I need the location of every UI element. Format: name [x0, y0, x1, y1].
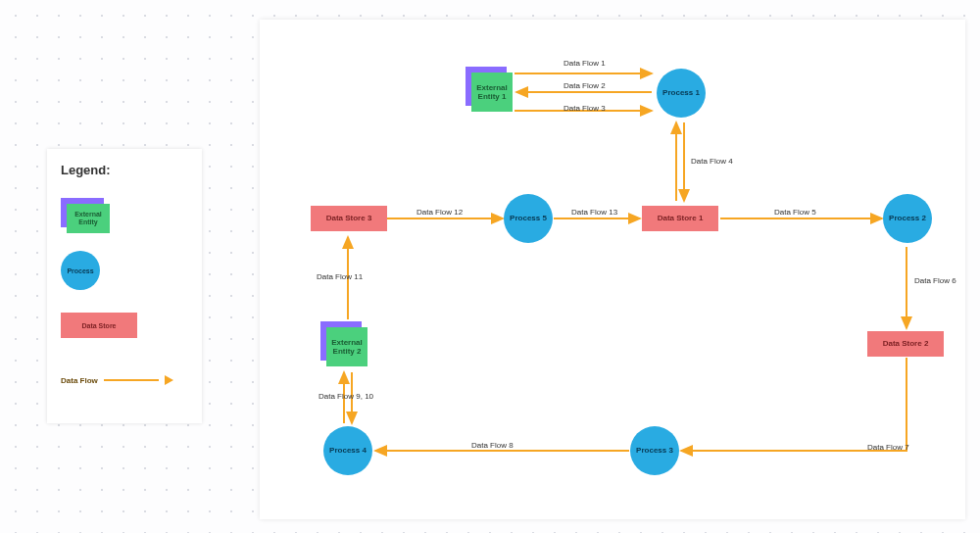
node-data-store-3[interactable]: Data Store 3 [311, 206, 387, 231]
label-flow-13: Data Flow 13 [571, 208, 617, 217]
node-data-store-1[interactable]: Data Store 1 [642, 206, 718, 231]
legend-flow-label: Data Flow [61, 376, 98, 385]
label-flow-2: Data Flow 2 [564, 81, 606, 90]
label-flow-6: Data Flow 6 [914, 276, 956, 285]
label-flow-3: Data Flow 3 [564, 104, 606, 113]
node-process-1[interactable]: Process 1 [657, 69, 706, 118]
label-flow-7: Data Flow 7 [867, 443, 909, 452]
node-external-entity-2[interactable]: External Entity 2 [320, 321, 368, 368]
legend-entity-label: External Entity [67, 204, 110, 233]
node-process-2[interactable]: Process 2 [883, 194, 932, 243]
legend-entity-row: External Entity [61, 191, 188, 240]
legend-store-row: Data Store [61, 301, 188, 350]
label-flow-4: Data Flow 4 [691, 157, 733, 166]
node-process-4[interactable]: Process 4 [323, 426, 372, 475]
legend-entity-icon: External Entity [61, 198, 112, 233]
node-external-entity-1[interactable]: External Entity 1 [466, 67, 513, 114]
legend-process-icon: Process [61, 251, 100, 290]
label-flow-5: Data Flow 5 [774, 208, 816, 217]
legend-panel: Legend: External Entity Process Data Sto… [47, 149, 202, 423]
legend-flow-icon: Data Flow [61, 375, 173, 385]
legend-flow-row: Data Flow [61, 356, 188, 405]
diagram-canvas[interactable]: Data Flow 1 Data Flow 2 Data Flow 3 Data… [260, 20, 965, 519]
label-flow-1: Data Flow 1 [564, 59, 606, 68]
node-process-3[interactable]: Process 3 [630, 426, 679, 475]
node-data-store-2[interactable]: Data Store 2 [867, 331, 944, 357]
label-flow-12: Data Flow 12 [416, 208, 463, 217]
node-process-5[interactable]: Process 5 [504, 194, 553, 243]
legend-process-row: Process [61, 246, 188, 295]
label-flow-8: Data Flow 8 [471, 441, 514, 450]
legend-title: Legend: [61, 163, 188, 177]
legend-store-icon: Data Store [61, 313, 137, 338]
label-flow-11: Data Flow 11 [317, 272, 363, 281]
label-flow-9-10: Data Flow 9, 10 [318, 392, 373, 401]
